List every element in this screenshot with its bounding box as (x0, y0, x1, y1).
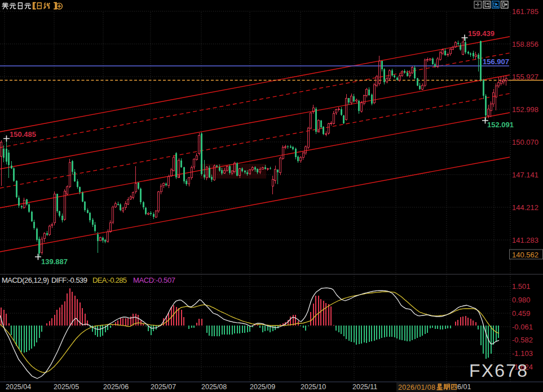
svg-text:2025/11: 2025/11 (352, 383, 377, 391)
svg-text:155.927: 155.927 (512, 73, 538, 81)
svg-text:-0.061: -0.061 (512, 323, 533, 331)
svg-text:2025/08: 2025/08 (201, 383, 227, 391)
svg-text:6/01: 6/01 (457, 383, 471, 391)
svg-text:2025/04: 2025/04 (6, 383, 31, 391)
svg-text:152.998: 152.998 (512, 105, 538, 114)
svg-text:2025/07: 2025/07 (151, 383, 176, 391)
svg-text:-1.103: -1.103 (512, 349, 533, 358)
svg-text:156.907: 156.907 (483, 57, 509, 66)
svg-text:2026/01/08: 2026/01/08 (398, 384, 435, 391)
svg-text:161.785: 161.785 (512, 7, 538, 16)
svg-text:1.501: 1.501 (512, 282, 531, 291)
svg-text:0.980: 0.980 (512, 296, 531, 304)
svg-text:2025/10: 2025/10 (301, 383, 326, 391)
svg-text:2025/05: 2025/05 (54, 383, 79, 391)
svg-text:-0.582: -0.582 (512, 336, 533, 344)
svg-text:152.091: 152.091 (487, 121, 514, 129)
svg-text:0.459: 0.459 (512, 309, 531, 318)
svg-text:141.283: 141.283 (512, 236, 538, 244)
svg-text:MACD:-0.507: MACD:-0.507 (133, 276, 175, 284)
svg-text:2025/06: 2025/06 (103, 383, 129, 391)
svg-text:2025/09: 2025/09 (250, 383, 275, 391)
svg-text:139.887: 139.887 (41, 257, 68, 266)
svg-text:150.485: 150.485 (10, 130, 36, 139)
svg-text:FX678: FX678 (469, 360, 528, 381)
svg-text:MACD(26,12,9): MACD(26,12,9) (2, 276, 49, 284)
svg-text:150.070: 150.070 (512, 138, 538, 146)
svg-text:DEA:-0.285: DEA:-0.285 (92, 276, 127, 284)
svg-text:147.141: 147.141 (512, 171, 538, 179)
svg-text:140.562: 140.562 (512, 251, 538, 259)
svg-text:158.856: 158.856 (512, 40, 538, 48)
svg-text:144.212: 144.212 (512, 203, 538, 212)
svg-text:DIFF:-0.539: DIFF:-0.539 (51, 276, 87, 284)
svg-text:159.439: 159.439 (468, 29, 495, 38)
